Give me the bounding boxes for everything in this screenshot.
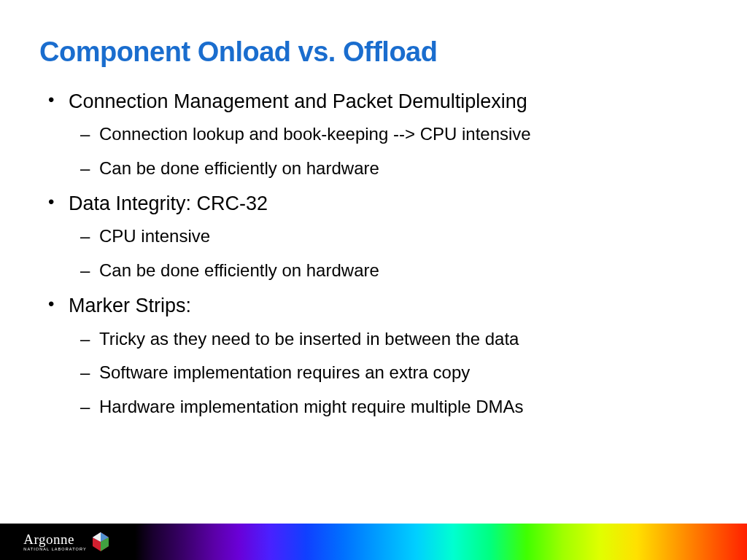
- bullet-level1: Connection Management and Packet Demulti…: [39, 88, 708, 114]
- bullet-level2: CPU intensive: [39, 224, 708, 249]
- bullet-level2: Tricky as they need to be inserted in be…: [39, 327, 708, 352]
- org-name-block: Argonne NATIONAL LABORATORY: [23, 532, 86, 551]
- bullet-level2: Can be done efficiently on hardware: [39, 156, 708, 182]
- bullet-level1: Marker Strips:: [39, 292, 708, 319]
- org-name: Argonne: [23, 532, 74, 546]
- slide-content: Component Onload vs. Offload Connection …: [0, 0, 747, 420]
- bullet-level2: Connection lookup and book-keeping --> C…: [39, 122, 708, 147]
- spectrum-bar: [135, 524, 747, 560]
- bullet-list: Connection Management and Packet Demulti…: [39, 88, 708, 420]
- slide-footer: Argonne NATIONAL LABORATORY: [0, 524, 747, 560]
- argonne-logo-icon: [90, 531, 112, 553]
- bullet-level2: Software implementation requires an extr…: [39, 360, 708, 386]
- bullet-level2: Can be done efficiently on hardware: [39, 258, 708, 284]
- footer-branding: Argonne NATIONAL LABORATORY: [0, 524, 135, 560]
- org-subtitle: NATIONAL LABORATORY: [23, 547, 86, 551]
- bullet-level2: Hardware implementation might require mu…: [39, 394, 708, 420]
- bullet-level1: Data Integrity: CRC-32: [39, 190, 708, 217]
- slide-title: Component Onload vs. Offload: [39, 36, 708, 68]
